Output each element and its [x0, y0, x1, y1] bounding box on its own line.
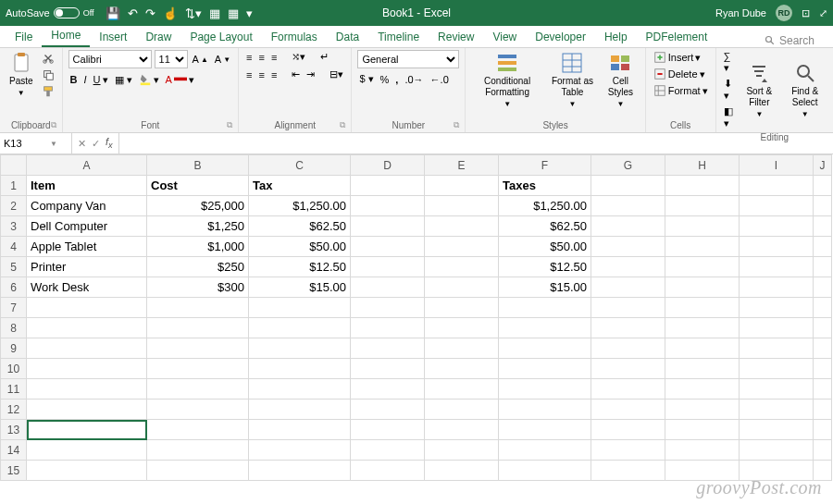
increase-indent-button[interactable]: ⇥ — [305, 68, 317, 81]
cell-C9[interactable] — [249, 338, 351, 359]
cell-G14[interactable] — [591, 440, 665, 461]
cell-A3[interactable]: Dell Computer — [27, 216, 147, 237]
search-box[interactable]: Search — [765, 34, 833, 47]
tab-review[interactable]: Review — [429, 27, 483, 47]
row-header[interactable]: 3 — [1, 216, 27, 237]
cell-E15[interactable] — [425, 461, 499, 481]
underline-button[interactable]: U ▾ — [92, 73, 110, 87]
cell-J7[interactable] — [814, 298, 832, 318]
cell-A10[interactable] — [27, 359, 147, 379]
cell-A8[interactable] — [27, 318, 147, 338]
cell-H3[interactable] — [665, 216, 740, 237]
cell-B14[interactable] — [147, 440, 249, 461]
cell-I13[interactable] — [740, 420, 814, 440]
spreadsheet-grid[interactable]: ABCDEFGHIJ1ItemCostTaxTaxes2Company Van$… — [0, 154, 833, 481]
cell-D1[interactable] — [351, 176, 425, 196]
sort-icon[interactable]: ⇅▾ — [185, 7, 202, 19]
cell-A2[interactable]: Company Van — [27, 196, 147, 216]
clear-button[interactable]: ◧ ▾ — [722, 104, 737, 130]
tab-developer[interactable]: Developer — [526, 27, 595, 47]
cell-G6[interactable] — [591, 277, 665, 298]
font-name-select[interactable]: Calibri — [68, 50, 152, 68]
name-box[interactable]: ▼ — [0, 133, 72, 154]
align-top-button[interactable]: ≡ — [244, 51, 254, 64]
cell-D10[interactable] — [351, 359, 425, 379]
cell-C8[interactable] — [249, 318, 351, 338]
cell-A15[interactable] — [27, 461, 147, 481]
cell-reference-input[interactable] — [4, 138, 50, 149]
touch-mode-icon[interactable]: ☝ — [163, 7, 178, 19]
row-header[interactable]: 9 — [1, 338, 27, 359]
cell-G10[interactable] — [591, 359, 665, 379]
cell-C7[interactable] — [249, 298, 351, 318]
cell-H12[interactable] — [665, 400, 740, 420]
format-painter-button[interactable] — [40, 84, 56, 99]
cell-F8[interactable] — [499, 318, 591, 338]
cell-F14[interactable] — [499, 440, 591, 461]
tab-data[interactable]: Data — [327, 27, 368, 47]
cell-C15[interactable] — [249, 461, 351, 481]
cell-A5[interactable]: Printer — [27, 257, 147, 277]
dialog-launcher-icon[interactable]: ⧉ — [454, 120, 459, 130]
cell-E11[interactable] — [425, 379, 499, 400]
cell-C1[interactable]: Tax — [249, 176, 351, 196]
cell-B11[interactable] — [147, 379, 249, 400]
cell-G5[interactable] — [591, 257, 665, 277]
cell-B13[interactable] — [147, 420, 249, 440]
cut-button[interactable] — [40, 51, 56, 66]
percent-button[interactable]: % — [379, 73, 392, 86]
cell-I2[interactable] — [740, 196, 814, 216]
cell-E8[interactable] — [425, 318, 499, 338]
cell-I12[interactable] — [740, 400, 814, 420]
cell-F7[interactable] — [499, 298, 591, 318]
cell-E6[interactable] — [425, 277, 499, 298]
cell-B9[interactable] — [147, 338, 249, 359]
cell-J6[interactable] — [814, 277, 832, 298]
cell-E5[interactable] — [425, 257, 499, 277]
currency-button[interactable]: $ ▾ — [357, 72, 375, 86]
cell-J1[interactable] — [814, 176, 832, 196]
tab-page-layout[interactable]: Page Layout — [180, 27, 261, 47]
cell-J11[interactable] — [814, 379, 832, 400]
cell-B10[interactable] — [147, 359, 249, 379]
tab-formulas[interactable]: Formulas — [262, 27, 327, 47]
cell-J12[interactable] — [814, 400, 832, 420]
cell-F1[interactable]: Taxes — [499, 176, 591, 196]
cell-J4[interactable] — [814, 237, 832, 257]
cell-D11[interactable] — [351, 379, 425, 400]
number-format-select[interactable]: General — [357, 50, 459, 68]
bold-button[interactable]: B — [68, 73, 80, 86]
cell-D15[interactable] — [351, 461, 425, 481]
column-header-H[interactable]: H — [665, 155, 740, 176]
cell-G11[interactable] — [591, 379, 665, 400]
cell-E14[interactable] — [425, 440, 499, 461]
cell-A14[interactable] — [27, 440, 147, 461]
cell-A12[interactable] — [27, 400, 147, 420]
cell-D12[interactable] — [351, 400, 425, 420]
tab-insert[interactable]: Insert — [90, 27, 136, 47]
cell-C4[interactable]: $50.00 — [249, 237, 351, 257]
row-header[interactable]: 13 — [1, 420, 27, 440]
find-select-button[interactable]: Find & Select▼ — [782, 60, 827, 121]
cell-H10[interactable] — [665, 359, 740, 379]
cell-I9[interactable] — [740, 338, 814, 359]
cell-D6[interactable] — [351, 277, 425, 298]
avatar[interactable]: RD — [776, 5, 792, 21]
cell-J5[interactable] — [814, 257, 832, 277]
cell-C2[interactable]: $1,250.00 — [249, 196, 351, 216]
decrease-decimal-button[interactable]: ←.0 — [429, 73, 451, 86]
fill-button[interactable]: ⬇ ▾ — [722, 77, 737, 103]
row-header[interactable]: 8 — [1, 318, 27, 338]
cell-C10[interactable] — [249, 359, 351, 379]
cell-I8[interactable] — [740, 318, 814, 338]
dialog-launcher-icon[interactable]: ⧉ — [340, 120, 345, 130]
cell-A1[interactable]: Item — [27, 176, 147, 196]
italic-button[interactable]: I — [82, 73, 89, 86]
column-header-B[interactable]: B — [147, 155, 249, 176]
cell-I14[interactable] — [740, 440, 814, 461]
row-header[interactable]: 5 — [1, 257, 27, 277]
cell-F4[interactable]: $50.00 — [499, 237, 591, 257]
cell-F12[interactable] — [499, 400, 591, 420]
cell-H5[interactable] — [665, 257, 740, 277]
chevron-down-icon[interactable]: ▼ — [50, 140, 57, 148]
